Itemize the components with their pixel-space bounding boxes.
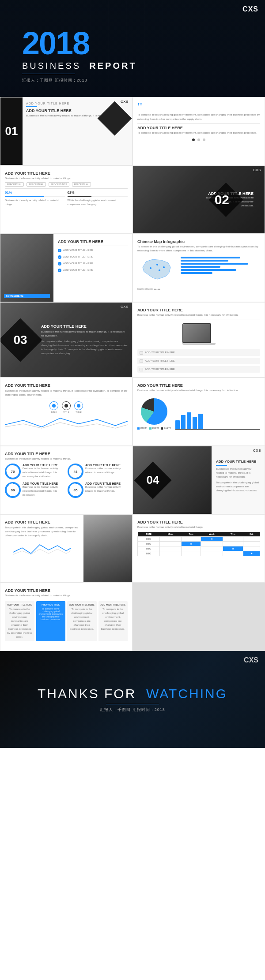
slide-02-logo: CXS — [253, 168, 261, 172]
slide-checklist-content: ADD YOUR TITLE HERE ✓ ADD YOUR TITLE HER… — [53, 234, 132, 302]
sched-r4-c4 — [223, 551, 243, 556]
sched-r1-c3: ★ — [201, 537, 223, 542]
china-map-svg — [137, 255, 177, 284]
sched-r4-c1 — [159, 551, 181, 556]
slide-03-title: ADD YOUR TITLE HERE — [41, 324, 128, 329]
sched-body: 0:00 ★ 0:00 ★ 0:00 — [138, 537, 260, 556]
ring-val-1: 75 — [7, 465, 19, 478]
card-desc-3: To compete in the challenging global env… — [69, 607, 95, 631]
stat-item-4: 85 ADD YOUR TITLE HERE Business is the h… — [68, 482, 128, 498]
card-item-4: ADD YOUR TITLE HERE To compete in the ch… — [98, 601, 128, 641]
laptop-screen-frame — [182, 323, 211, 343]
pc-check-1 — [140, 351, 143, 355]
slide-02-text: 02 ADD YOUR TITLE HERE Business is the h… — [201, 191, 260, 208]
ring-stat-2: 48 — [68, 464, 83, 479]
schedule-table: TIME Mon. Tue. Wed. Thu. Fri. 0:00 ★ — [137, 532, 260, 556]
slide-02-num-wrap: 02 — [215, 192, 229, 207]
circle-icon-1 — [49, 401, 58, 410]
sched-r3-c3 — [201, 546, 223, 551]
sched-r4-c3 — [201, 551, 223, 556]
checklist-items: ✓ ADD YOUR TITLE HERE ✓ ADD YOUR TITLE H… — [58, 248, 128, 272]
hbar-3 — [181, 263, 260, 265]
checklist-title: ADD YOUR TITLE HERE — [58, 239, 128, 244]
sched-r2-c5 — [243, 542, 260, 546]
circle-icon-inner-3 — [77, 404, 80, 408]
ring-stat-4: 85 — [68, 482, 83, 498]
sched-col-wed: Wed. — [201, 532, 223, 537]
slide-01-content: CXS ADD YOUR TITLE HERE ADD YOUR TITLE H… — [23, 97, 132, 165]
slide-03-num-inner: 03 — [5, 325, 36, 355]
pie-bars-body: Business is the human activity related t… — [137, 389, 260, 393]
hero-title-part2: REPORT — [89, 61, 136, 71]
slide-03-number: 03 — [13, 333, 27, 347]
slide-04-number: 04 — [147, 473, 159, 487]
stats-title: ADD YOUR TITLE HERE — [5, 452, 128, 456]
hero-section: 2018 BUSINESS REPORT 汇报人：千图网 汇报时间：2018 C… — [0, 0, 265, 97]
footer-meta: 汇报人：千图网 汇报时间：2018 — [38, 707, 227, 713]
pie-color-3 — [161, 427, 163, 430]
slide-photo-content: ADD YOUR TITLE HERE Business is the huma… — [132, 302, 265, 378]
text-icons-divider — [5, 399, 128, 399]
stat-label-4: ADD YOUR TITLE HERE — [85, 482, 128, 485]
process-bar-1 — [5, 196, 65, 197]
stat-desc-2: Business is the human activity related t… — [85, 467, 128, 475]
check-label-2: ADD YOUR TITLE HERE — [63, 255, 93, 259]
hbar-fill-6 — [181, 272, 212, 274]
footer-title: THANKS FOR WATCHING — [38, 686, 227, 701]
pie-bars-content: PART1 PART2 PART3 — [137, 396, 260, 430]
check-item-1: ✓ ADD YOUR TITLE HERE — [58, 248, 128, 252]
text-icons-body: Business is the human activity related t… — [5, 389, 128, 397]
dot2 — [197, 138, 200, 141]
bar-3 — [187, 412, 191, 429]
bar-4 — [193, 417, 197, 429]
slide-process-body: Business is the human activity related t… — [5, 176, 128, 180]
process-item-2: 02% While the challenging global environ… — [68, 191, 128, 206]
slide-04-bar — [216, 465, 227, 466]
slide-01-num-panel: 01 — [0, 97, 23, 165]
slide-process-title: ADD YOUR TITLE HERE — [5, 171, 128, 176]
sched-col-mon: Mon. — [159, 532, 181, 537]
cards-body: Business is the human activity related t… — [5, 594, 128, 598]
slide-01-logo: CXS — [121, 100, 129, 104]
ring-stat-1: 75 — [5, 464, 21, 479]
slide-map: Chinese Map Infographic To answer in thi… — [132, 234, 265, 302]
photo-content-items: ADD YOUR TITLE HERE ADD YOUR TITLE HERE … — [137, 349, 260, 373]
footer-divider — [106, 704, 159, 704]
slide-stats: ADD YOUR TITLE HERE Business is the huma… — [0, 446, 132, 514]
photo-overlay — [0, 234, 53, 302]
hbar-fill-5 — [181, 269, 236, 271]
stat-desc-3: Business is the human activity related t… — [23, 485, 65, 497]
slide-city-photo: SOMEWHERE — [0, 234, 53, 302]
sched-r1-c1 — [159, 537, 181, 542]
slide-city-checklist: SOMEWHERE ADD YOUR TITLE HERE ✓ ADD YOUR… — [0, 234, 132, 302]
map-dot-3 — [156, 264, 158, 266]
sched-r1-c5 — [243, 537, 260, 542]
slides-container: 01 CXS ADD YOUR TITLE HERE ADD YOUR TITL… — [0, 97, 265, 651]
process-item-1: 01% Business is the only activity relate… — [5, 191, 65, 206]
cards-grid: ADD YOUR TITLE HERE To compete in the ch… — [5, 601, 128, 641]
stat-item-3: 90 ADD YOUR TITLE HERE Business is the h… — [5, 482, 65, 498]
card-label-1: ADD YOUR TITLE HERE — [7, 603, 33, 606]
photo-content-divider — [137, 319, 260, 319]
pie-legend-1: PART1 — [137, 427, 148, 430]
icon-item-2: TITLE — [62, 401, 71, 414]
pc-label-2: ADD YOUR TITLE HERE — [145, 359, 175, 363]
sched-r3-c1 — [159, 546, 181, 551]
slide-02-number: 02 — [215, 192, 229, 207]
sched-r2-c1 — [159, 542, 181, 546]
circle-icon-inner-2 — [64, 404, 68, 408]
process-item-2-desc: While the challenging global environment… — [68, 198, 128, 206]
check-icon-2: ✓ — [58, 255, 61, 259]
slide-03-opener: 03 CXS ADD YOUR TITLE HERE Business is t… — [0, 302, 132, 378]
quote-mark: " — [137, 102, 260, 112]
card-item-1: ADD YOUR TITLE HERE To compete in the ch… — [5, 601, 34, 641]
sched-r2-c3 — [201, 542, 223, 546]
footer-thanks-part2: WATCHING — [146, 686, 227, 701]
footer-logo: CXS — [244, 656, 258, 664]
slide-03-content: 03 CXS ADD YOUR TITLE HERE Business is t… — [0, 303, 132, 377]
pc-label-1: ADD YOUR TITLE HERE — [145, 351, 175, 355]
wave-line — [5, 418, 128, 427]
pie-legend-2: PART2 — [149, 427, 159, 430]
slide-03-num-area: 03 — [5, 325, 36, 355]
card-item-2: PREVIOUS TITLE To compete in the challen… — [36, 601, 66, 641]
